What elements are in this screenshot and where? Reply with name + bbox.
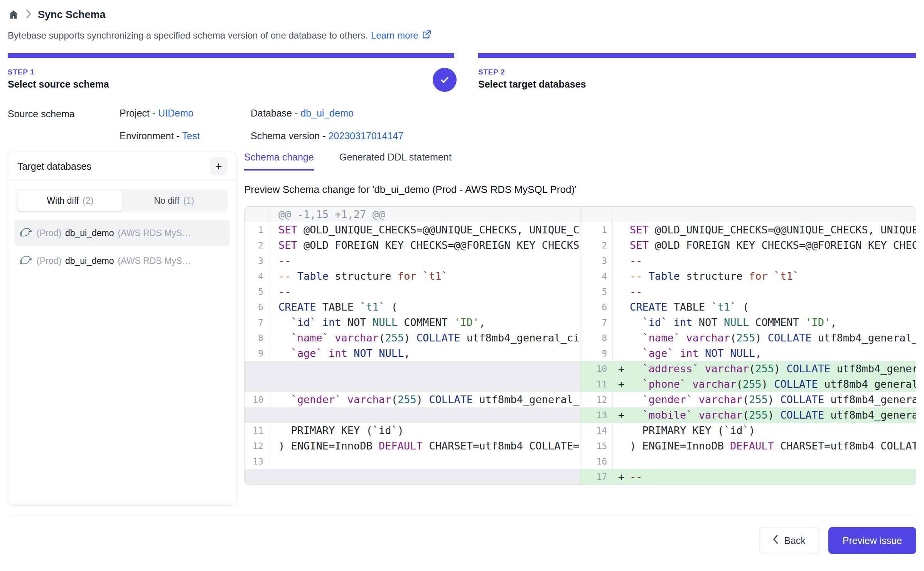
code-token: `t1` xyxy=(360,301,385,313)
diff-marker: + xyxy=(613,377,630,392)
line-number: 3 xyxy=(580,253,613,269)
code-token xyxy=(630,363,642,375)
code-token: `age` xyxy=(642,347,674,359)
code-token: utf8mb4_general_ci DEFAULT NULL, xyxy=(824,409,916,421)
source-schema-label: Source schema xyxy=(8,108,120,142)
code-line: SET @OLD_UNIQUE_CHECKS=@@UNIQUE_CHECKS, … xyxy=(269,222,580,238)
database-environment: (Prod) xyxy=(37,228,61,238)
footer-actions: Back Preview issue xyxy=(8,527,916,554)
code-token: ( xyxy=(736,301,749,313)
code-token: COLLATE xyxy=(786,363,830,375)
back-button[interactable]: Back xyxy=(759,527,819,554)
code-line: `phone` varchar(255) COLLATE utf8mb4_gen… xyxy=(630,377,916,392)
code-token xyxy=(680,332,686,344)
tab-with-diff[interactable]: With diff(2) xyxy=(18,190,122,211)
main-area: Target databases + With diff(2)No diff(1… xyxy=(8,152,916,506)
code-token: -- xyxy=(630,471,642,483)
tab-generated-ddl-statement[interactable]: Generated DDL statement xyxy=(339,152,452,171)
code-token: COMMENT xyxy=(398,316,454,328)
home-icon[interactable] xyxy=(8,9,19,20)
breadcrumb: Sync Schema xyxy=(8,6,916,23)
line-number: 5 xyxy=(580,284,613,299)
code-token: varchar xyxy=(693,378,737,390)
step-1: STEP 1 Select source schema xyxy=(8,53,454,90)
code-line: PRIMARY KEY (`id`) xyxy=(269,423,580,438)
code-token: -- xyxy=(278,270,297,282)
target-databases-panel: Target databases + With diff(2)No diff(1… xyxy=(8,152,236,506)
diff-row: 5-- xyxy=(580,284,916,299)
tab-schema-change[interactable]: Schema change xyxy=(244,152,314,171)
step-2-title: Select target databases xyxy=(478,79,916,90)
diff-row: 13 xyxy=(244,454,580,469)
tab-no-diff[interactable]: No diff(1) xyxy=(122,190,226,211)
database-instance-suffix: (AWS RDS MyS… xyxy=(118,228,191,238)
code-line: `id` int NOT NULL COMMENT 'ID', xyxy=(630,315,916,330)
source-field-value-link[interactable]: UIDemo xyxy=(158,108,194,118)
code-token: utf8mb4_general_ci DEFAULT NULL, xyxy=(460,332,580,344)
code-token: utf8mb4_general_ci DEFAULT NULL, xyxy=(830,363,916,375)
code-token xyxy=(699,347,705,359)
learn-more-link[interactable]: Learn more xyxy=(371,29,432,42)
footer-divider xyxy=(8,515,916,515)
code-token: varchar xyxy=(347,394,391,405)
code-token xyxy=(668,316,674,328)
code-token: -- xyxy=(630,270,649,282)
target-databases-header: Target databases + xyxy=(8,152,236,181)
code-token: 255 xyxy=(749,409,768,421)
code-token: ( xyxy=(379,332,385,344)
code-token: 'ID' xyxy=(805,316,830,328)
code-line: -- Table structure for `t1` xyxy=(269,269,580,284)
code-token: SET xyxy=(278,224,297,236)
code-token: ( xyxy=(749,363,755,375)
code-token: COLLATE xyxy=(780,409,824,421)
line-number: 6 xyxy=(580,299,613,315)
preview-issue-button[interactable]: Preview issue xyxy=(828,527,916,554)
line-number: 6 xyxy=(244,299,269,315)
code-token: ) xyxy=(768,409,781,421)
code-token: ) xyxy=(416,394,429,405)
source-field-value-link[interactable]: db_ui_demo xyxy=(300,108,354,118)
code-line xyxy=(630,207,916,222)
step-1-title: Select source schema xyxy=(8,79,454,90)
code-line: -- xyxy=(269,253,580,269)
tab-count: (1) xyxy=(183,196,194,206)
panel-divider xyxy=(8,181,236,181)
diff-marker xyxy=(613,438,630,454)
page-description: Bytebase supports synchronizing a specif… xyxy=(8,29,916,42)
code-token: utf8mb4_general_ci DEFAULT NULL, xyxy=(811,332,916,344)
code-line xyxy=(269,377,580,392)
code-token: , xyxy=(830,316,836,328)
source-schema-section: Source schema Project - UIDemoDatabase -… xyxy=(8,108,916,142)
line-number: 17 xyxy=(580,469,613,485)
code-token: CREATE xyxy=(630,301,668,313)
source-field-value-link[interactable]: Test xyxy=(182,130,200,141)
code-token: @OLD_FOREIGN_KEY_CHECKS=@@FOREIGN_KEY_CH… xyxy=(297,239,580,251)
code-line: ) ENGINE=InnoDB DEFAULT CHARSET=utf8mb4 … xyxy=(269,438,580,454)
code-token: int xyxy=(329,347,347,359)
add-target-database-button[interactable]: + xyxy=(210,157,228,175)
code-token: ) xyxy=(761,378,774,390)
diff-row: 2SET @OLD_FOREIGN_KEY_CHECKS=@@FOREIGN_K… xyxy=(244,238,580,253)
diff-row: 5-- xyxy=(244,284,580,299)
diff-marker xyxy=(613,222,630,238)
preview-content: Schema changeGenerated DDL statement Pre… xyxy=(244,152,916,485)
code-token: `id` xyxy=(642,316,668,328)
code-token: `address` xyxy=(642,363,699,375)
schema-diff-viewer: @@ -1,15 +1,27 @@1SET @OLD_UNIQUE_CHECKS… xyxy=(244,206,916,485)
code-token: NULL xyxy=(373,316,398,328)
diff-row: 10+ `address` varchar(255) COLLATE utf8m… xyxy=(580,361,916,377)
line-number: 15 xyxy=(580,438,613,454)
source-field-value-link[interactable]: 20230317014147 xyxy=(328,130,403,141)
target-database-item[interactable]: (Prod)db_ui_demo(AWS RDS MyS… xyxy=(14,220,230,246)
code-token: `phone` xyxy=(642,378,686,390)
diff-row: 7 `id` int NOT NULL COMMENT 'ID', xyxy=(580,315,916,330)
code-token xyxy=(322,347,329,359)
line-number: 8 xyxy=(580,330,613,346)
description-text: Bytebase supports synchronizing a specif… xyxy=(8,30,368,41)
step-2: STEP 2 Select target databases xyxy=(478,53,916,90)
code-token: `name` xyxy=(291,332,329,344)
target-database-item[interactable]: (Prod)db_ui_demo(AWS RDS MyS… xyxy=(14,248,230,274)
database-environment: (Prod) xyxy=(37,256,61,266)
diff-marker xyxy=(613,454,630,469)
code-token xyxy=(416,270,423,282)
